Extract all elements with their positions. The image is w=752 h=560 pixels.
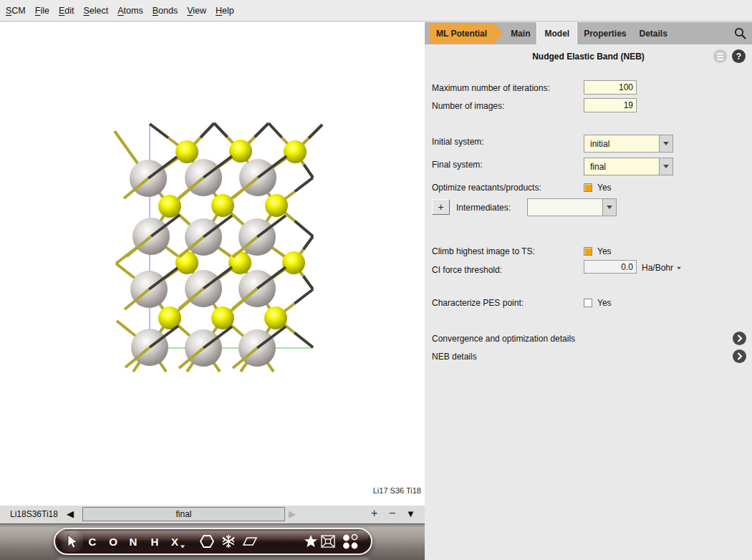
settings-panel: ML PotentialMainModelPropertiesDetails N…	[425, 22, 752, 560]
cell-tool-icon[interactable]	[320, 534, 336, 549]
atom-yellow[interactable]	[228, 251, 251, 274]
tab-main[interactable]: Main	[504, 22, 536, 44]
atom-yellow[interactable]	[282, 251, 305, 274]
bottom-toolbar: CONHX	[0, 523, 425, 560]
characterize-yes-label: Yes	[597, 298, 612, 308]
panel-menu-icon[interactable]	[713, 49, 727, 63]
neb-details-link[interactable]: NEB details	[432, 352, 477, 362]
add-intermediate-button[interactable]: +	[432, 199, 450, 215]
climb-checkbox[interactable]	[584, 247, 592, 256]
max-iterations-input[interactable]	[584, 80, 637, 95]
atom-yellow[interactable]	[229, 140, 252, 163]
crystal-tool-icon[interactable]	[221, 534, 236, 549]
optimize-reactants-checkbox[interactable]	[584, 183, 592, 192]
menu-file[interactable]: File	[35, 6, 57, 16]
menu-select[interactable]: Select	[84, 6, 116, 16]
tab-ml-potential[interactable]: ML Potential	[430, 23, 503, 44]
element-h-button[interactable]: H	[151, 536, 159, 548]
num-images-label: Number of images:	[432, 101, 504, 111]
element-x-button[interactable]: X	[171, 536, 178, 548]
fragments-tool-icon[interactable]	[342, 533, 359, 550]
atom-yellow[interactable]	[264, 306, 287, 329]
menu-bonds[interactable]: Bonds	[153, 6, 185, 16]
ci-force-input[interactable]	[584, 260, 637, 274]
intermediates-dropdown-icon[interactable]	[602, 199, 616, 216]
final-system-value: final	[584, 158, 659, 175]
num-images-input[interactable]	[584, 98, 637, 112]
frame-slider[interactable]: final	[82, 507, 285, 521]
atom-yellow[interactable]	[175, 140, 198, 163]
plane-tool-icon[interactable]	[241, 535, 259, 548]
initial-system-value: initial	[584, 135, 659, 152]
unit-dropdown-caret	[677, 266, 681, 269]
menu-scm[interactable]: SCM	[6, 6, 33, 16]
select-tool[interactable]	[60, 531, 83, 552]
unit-selector[interactable]: Ha/Bohr	[642, 263, 682, 273]
tab-strip: ML PotentialMainModelPropertiesDetails	[425, 22, 752, 44]
page-title: Nudged Elastic Band (NEB)	[425, 52, 752, 62]
menu-help[interactable]: Help	[216, 6, 241, 16]
optimize-reactants-yes-label: Yes	[597, 183, 612, 193]
atom-yellow[interactable]	[265, 194, 288, 217]
help-icon[interactable]: ?	[732, 49, 746, 63]
frame-name-label: final	[175, 509, 191, 519]
next-frame-icon[interactable]: ▶	[289, 508, 296, 519]
max-iterations-label: Maximum number of iterations:	[432, 83, 550, 93]
intermediates-select[interactable]	[527, 198, 617, 216]
element-o-button[interactable]: O	[109, 536, 117, 548]
tab-details[interactable]: Details	[633, 22, 674, 44]
atom-yellow[interactable]	[158, 195, 181, 218]
intermediates-value	[528, 199, 602, 216]
initial-system-label: Initial system:	[432, 137, 484, 147]
formula-label: Li17 S36 Ti18	[373, 486, 421, 495]
final-system-label: Final system:	[432, 160, 483, 170]
tab-label: ML Potential	[436, 29, 487, 39]
previous-frame-icon[interactable]: ◀	[67, 508, 74, 519]
structure-viewer[interactable]: Li17 S36 Ti18	[0, 22, 425, 506]
element-n-button[interactable]: N	[130, 536, 138, 548]
tab-label: Model	[544, 29, 569, 39]
final-system-select[interactable]: final	[584, 158, 673, 175]
element-c-button[interactable]: C	[89, 536, 97, 548]
final-system-dropdown-icon[interactable]	[659, 158, 673, 175]
characterize-label: Characterize PES point:	[432, 298, 524, 308]
system-name-label: Li18S36Ti18	[10, 509, 58, 519]
unit-label: Ha/Bohr	[642, 263, 673, 273]
tab-properties[interactable]: Properties	[577, 22, 632, 44]
tab-model[interactable]: Model	[536, 22, 577, 44]
initial-system-select[interactable]: initial	[584, 135, 673, 153]
add-frame-icon[interactable]: +	[371, 507, 377, 520]
tab-label: Properties	[584, 29, 626, 39]
frame-status-bar: Li18S36Ti18 ◀ final ▶ + − ▼	[0, 506, 425, 523]
menu-view[interactable]: View	[187, 6, 213, 16]
menu-bar: SCMFileEditSelectAtomsBondsViewHelp	[0, 0, 752, 21]
x-element-dropdown-caret	[180, 546, 185, 549]
convergence-details-link[interactable]: Convergence and optimization details	[432, 334, 575, 344]
structure-canvas[interactable]	[0, 22, 425, 506]
atom-yellow[interactable]	[211, 194, 234, 217]
ring-tool-icon[interactable]	[198, 534, 216, 549]
tab-label: Details	[640, 29, 667, 39]
star-tool-icon[interactable]	[303, 534, 319, 549]
ci-force-label: CI force threshold:	[432, 265, 502, 275]
characterize-checkbox[interactable]	[584, 299, 592, 307]
initial-system-dropdown-icon[interactable]	[659, 135, 673, 152]
atom-yellow[interactable]	[284, 140, 307, 163]
remove-frame-icon[interactable]: −	[389, 507, 395, 520]
climb-yes-label: Yes	[597, 246, 612, 256]
optimize-reactants-label: Optimize reactants/products:	[432, 183, 541, 193]
tool-pill: CONHX	[54, 528, 372, 555]
menu-edit[interactable]: Edit	[59, 6, 82, 16]
neb-form: Nudged Elastic Band (NEB) ? Maximum numb…	[425, 44, 752, 560]
tab-label: Main	[511, 29, 530, 39]
atom-yellow[interactable]	[175, 251, 198, 274]
search-icon[interactable]	[733, 26, 748, 41]
pill-reflection	[56, 557, 370, 560]
neb-details-chevron-icon[interactable]	[733, 349, 746, 363]
frame-menu-icon[interactable]: ▼	[406, 508, 415, 519]
convergence-details-chevron-icon[interactable]	[733, 332, 746, 345]
menu-atoms[interactable]: Atoms	[117, 6, 150, 16]
intermediates-label: Intermediates:	[456, 203, 511, 213]
climb-label: Climb highest image to TS:	[432, 246, 535, 256]
